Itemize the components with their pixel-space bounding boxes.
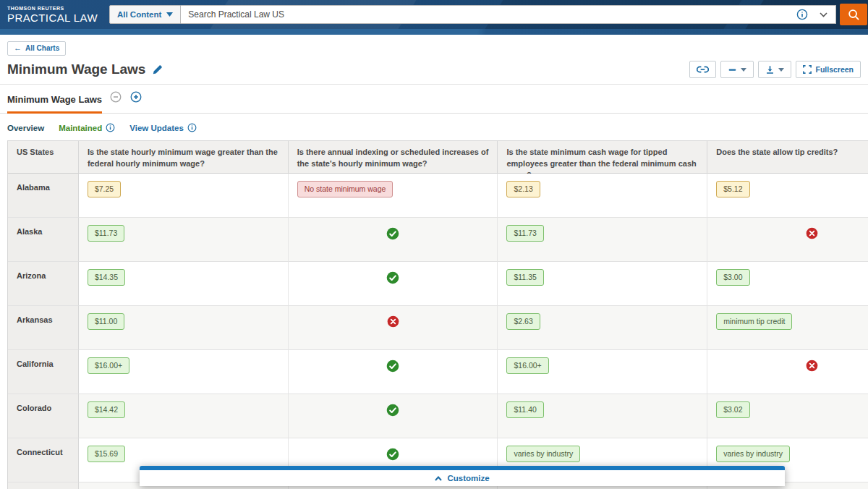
info-icon[interactable] xyxy=(187,123,197,132)
all-charts-back-button[interactable]: ← All Charts xyxy=(7,41,66,56)
cross-icon xyxy=(806,227,818,239)
value-badge: $11.40 xyxy=(506,401,543,418)
state-label: Alabama xyxy=(8,174,79,218)
remove-tab-icon[interactable] xyxy=(110,91,122,103)
table-cell: $11.40 xyxy=(498,394,707,438)
value-badge: $2.63 xyxy=(506,313,540,330)
search-button[interactable] xyxy=(840,4,867,25)
table-viewport: US StatesIs the state hourly minimum wag… xyxy=(7,140,868,489)
header-accent-stripe xyxy=(0,29,868,35)
content-scope-dropdown[interactable]: All Content xyxy=(109,5,181,24)
chevron-down-icon[interactable] xyxy=(820,12,827,17)
search-bar: All Content xyxy=(109,5,836,24)
app-header: THOMSON REUTERS PRACTICAL LAW All Conten… xyxy=(0,0,868,29)
minimum-wage-table: US StatesIs the state hourly minimum wag… xyxy=(7,140,868,489)
chart-tabs: Minimum Wage Laws xyxy=(0,85,868,114)
value-badge: $15.69 xyxy=(88,446,125,462)
edit-title-icon[interactable] xyxy=(152,64,163,75)
value-badge: $16.00+ xyxy=(506,357,548,374)
customize-label: Customize xyxy=(447,474,489,482)
table-cell: $14.42 xyxy=(79,394,289,438)
table-cell: $11.35 xyxy=(498,262,707,306)
value-badge: $14.35 xyxy=(88,269,125,286)
fullscreen-label: Fullscreen xyxy=(815,65,854,74)
check-icon xyxy=(386,360,399,373)
value-badge: $2.13 xyxy=(506,181,540,197)
customize-panel-toggle[interactable]: Customize xyxy=(140,466,785,486)
view-subnav: Overview Maintained View Updates xyxy=(0,114,868,140)
table-header-row: US StatesIs the state hourly minimum wag… xyxy=(8,141,868,174)
state-label: Arizona xyxy=(8,262,79,306)
tab-minimum-wage-laws[interactable]: Minimum Wage Laws xyxy=(7,86,142,113)
check-icon xyxy=(386,271,399,284)
table-row: California$16.00+ $16.00+ xyxy=(8,350,868,394)
download-button[interactable] xyxy=(758,61,791,78)
value-badge: No state minimum wage xyxy=(297,181,393,197)
back-button-label: All Charts xyxy=(25,44,59,52)
state-label: Alaska xyxy=(8,218,79,262)
value-badge: $5.12 xyxy=(716,181,749,197)
check-icon xyxy=(386,448,399,461)
tab-label: Minimum Wage Laws xyxy=(7,86,102,114)
table-cell: No state minimum wage xyxy=(289,174,498,218)
logo-line1: THOMSON REUTERS xyxy=(7,6,98,11)
info-icon[interactable] xyxy=(106,123,115,132)
page-title: Minimum Wage Laws xyxy=(7,61,145,77)
cross-icon xyxy=(387,315,399,328)
table-row: Arkansas$11.00 $2.63minimum tip credit xyxy=(8,306,868,350)
check-icon xyxy=(386,404,399,417)
table-cell: $5.12 xyxy=(707,174,868,218)
table-cell: $2.63 xyxy=(498,306,707,350)
state-label: Colorado xyxy=(8,394,79,438)
table-cell: $16.00+ xyxy=(498,350,707,394)
column-header: Is there annual indexing or scheduled in… xyxy=(289,141,498,174)
overview-link[interactable]: Overview xyxy=(7,124,44,132)
table-cell xyxy=(289,262,498,306)
table-cell xyxy=(289,394,498,438)
overview-label: Overview xyxy=(7,124,44,132)
table-row: Alabama$7.25No state minimum wage$2.13$5… xyxy=(8,174,868,218)
dash-icon xyxy=(728,65,737,75)
table-row: Colorado$14.42 $11.40$3.02 xyxy=(8,394,868,438)
column-header: Is the state minimum cash wage for tippe… xyxy=(498,141,707,174)
column-header: US States xyxy=(8,141,79,174)
value-badge: $11.35 xyxy=(506,269,543,286)
view-updates-link[interactable]: View Updates xyxy=(129,123,197,132)
download-icon xyxy=(765,65,775,75)
table-cell xyxy=(707,218,868,262)
scope-label: All Content xyxy=(117,10,161,19)
table-cell: $3.02 xyxy=(707,394,868,438)
search-input[interactable] xyxy=(181,5,836,24)
state-label: Connecticut xyxy=(8,438,79,482)
value-badge: $14.42 xyxy=(88,401,125,418)
column-header: Does the state allow tip credits? xyxy=(707,141,868,174)
table-cell: $11.00 xyxy=(79,306,289,350)
fullscreen-expand-icon xyxy=(803,65,812,74)
chevron-down-icon xyxy=(166,11,173,18)
value-badge: varies by industry xyxy=(506,446,580,462)
table-cell xyxy=(707,350,868,394)
value-badge: $11.00 xyxy=(88,313,124,330)
copy-link-button[interactable] xyxy=(689,61,716,78)
fullscreen-button[interactable]: Fullscreen xyxy=(796,61,861,78)
table-cell: $2.13 xyxy=(498,174,707,218)
table-cell xyxy=(289,218,498,262)
value-badge: $3.00 xyxy=(716,269,749,286)
value-badge: $11.73 xyxy=(88,225,124,242)
value-badge: $16.00+ xyxy=(88,357,129,374)
practical-law-charts-page: THOMSON REUTERS PRACTICAL LAW All Conten… xyxy=(0,0,868,489)
table-cell xyxy=(289,350,498,394)
add-tab-icon[interactable] xyxy=(130,91,142,103)
value-badge: $3.02 xyxy=(716,401,749,418)
chevron-up-icon xyxy=(435,476,442,481)
table-cell: $3.00 xyxy=(707,262,868,306)
copy-link-icon xyxy=(697,65,709,74)
table-cell: minimum tip credit xyxy=(707,306,868,350)
table-row: Arizona$14.35 $11.35$3.00 xyxy=(8,262,868,306)
info-icon[interactable] xyxy=(796,9,808,20)
maintained-status[interactable]: Maintained xyxy=(59,123,115,132)
practical-law-logo[interactable]: THOMSON REUTERS PRACTICAL LAW xyxy=(7,6,98,24)
state-label: Delaware xyxy=(8,482,79,489)
row-height-button[interactable] xyxy=(720,61,754,78)
value-badge: $7.25 xyxy=(88,181,121,197)
